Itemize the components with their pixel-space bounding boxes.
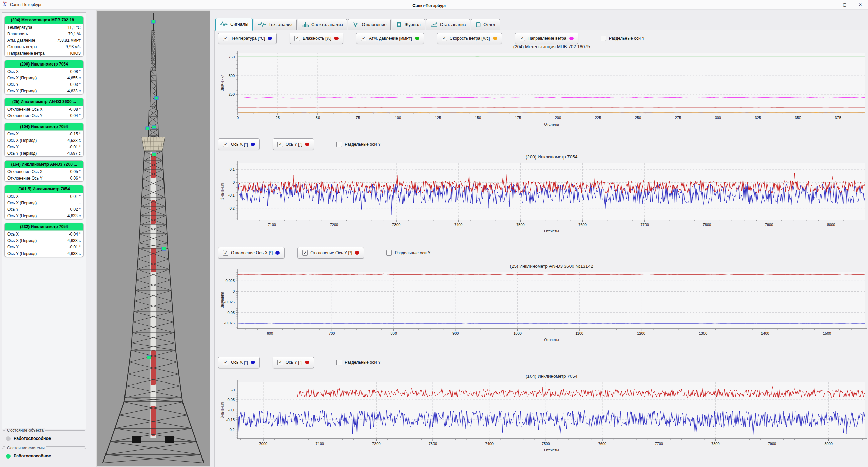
chart-title: (25) Инклинометр AN-D3 3600 №13142 (510, 264, 593, 269)
x-tick-label: 100 (395, 116, 401, 120)
series-toggle-chip[interactable]: ✓Ось X [°] (218, 138, 260, 150)
x-tick-label: 7600 (578, 223, 586, 227)
series-toggle-chip[interactable]: ✓Отклонение Ось Y [°] (297, 247, 364, 259)
series-checkbox[interactable]: ✓ (294, 36, 300, 41)
sensor-card-row: Ось Y (Период)4,633 с (5, 88, 83, 94)
sensor-marker[interactable] (162, 247, 166, 250)
parameter-label: Ось X (7, 132, 19, 136)
sensor-card[interactable]: (200) Инклинометр 7054Ось X-0,08 °Ось X … (4, 60, 84, 94)
series-toggle-chip[interactable]: ✓Ось Y [°] (273, 138, 314, 150)
series-checkbox[interactable]: ✓ (442, 36, 447, 41)
series-toggle-chip[interactable]: ✓Ось Y [°] (273, 357, 314, 368)
series-checkbox[interactable]: ✓ (277, 360, 283, 365)
separate-y-axes-label: Раздельные оси Y (345, 360, 381, 365)
tab-спектр-анализ[interactable]: Спектр. анализ (298, 19, 347, 30)
x-tick-label: 0 (237, 116, 239, 120)
parameter-label: Ось X (Период) (7, 138, 37, 143)
series-checkbox[interactable]: ✓ (277, 142, 283, 147)
parameter-label: Ось Y (Период) (7, 251, 37, 256)
series-label: Направление ветра (528, 36, 566, 41)
tab-сигналы[interactable]: Сигналы (215, 18, 253, 31)
parameter-label: Отклонение Ось Y (7, 176, 43, 181)
tab-отчет[interactable]: Отчет (471, 19, 500, 30)
maximize-button[interactable]: ▢ (837, 0, 852, 9)
signals-content: ✓Температура [°C]✓Влажность [%]✓Атм. дав… (214, 30, 868, 467)
sensor-card[interactable]: (204) Метеостанция МПВ 702.18...Температ… (4, 16, 84, 57)
tab-label: Спектр. анализ (311, 22, 343, 27)
x-tick-label: 7700 (655, 442, 663, 446)
separate-y-axes-checkbox[interactable] (336, 360, 342, 365)
series-checkbox[interactable]: ✓ (223, 360, 228, 365)
chart-4[interactable]: 7000710072007300740075007600770078007900… (215, 369, 868, 467)
series-toggle-chip[interactable]: ✓Отклонение Ось X [°] (218, 247, 285, 259)
separate-y-axes-checkbox[interactable] (601, 36, 606, 41)
sensor-card[interactable]: (232) Инклинометр 7054Ось X-0,04 °Ось X … (4, 223, 84, 257)
sensor-marker[interactable] (152, 125, 156, 129)
separate-y-axes-checkbox[interactable] (386, 250, 392, 256)
x-axis-label: Отсчеты (544, 229, 559, 233)
sensor-card-row: Ось X (Период)4,633 с (5, 237, 83, 244)
series-checkbox[interactable]: ✓ (223, 142, 228, 147)
x-tick-label: 7600 (598, 442, 606, 446)
separate-y-axes-option[interactable]: Раздельные оси Y (601, 36, 645, 41)
sensor-card[interactable]: (301.5) Инклинометр 7054Ось X0,01 °Ось X… (4, 185, 84, 219)
separate-y-axes-option[interactable]: Раздельные оси Y (336, 360, 381, 365)
series-checkbox[interactable]: ✓ (520, 36, 525, 41)
sensor-marker[interactable] (152, 153, 156, 156)
tab-отклонение[interactable]: Отклонение (348, 19, 391, 30)
series-color-dot (334, 37, 339, 40)
tab-стат-анализ[interactable]: Стат. анализ (426, 19, 470, 30)
sensor-card[interactable]: (164) Инклинометр AN-D3 7200 ...Отклонен… (4, 160, 84, 182)
series-checkbox[interactable]: ✓ (223, 250, 228, 256)
x-tick-label: 7200 (372, 442, 380, 446)
separate-y-axes-checkbox[interactable] (336, 142, 342, 147)
parameter-value: 4,697 с (67, 151, 81, 156)
sensor-card-row: Отклонение Ось X-0,08 ° (5, 106, 83, 112)
tab-тех-анализ[interactable]: Тех. анализ (254, 19, 297, 30)
tab-label: Журнал (404, 22, 420, 27)
x-tick-label: 1500 (823, 331, 831, 335)
sensor-card-title: (104) Инклинометр 7054 (5, 123, 83, 131)
sensor-card[interactable]: (104) Инклинометр 7054Ось X-0,15 °Ось X … (4, 123, 84, 157)
tab-label: Стат. анализ (440, 22, 466, 27)
series-checkbox[interactable]: ✓ (302, 250, 308, 256)
stat-chart-icon (430, 22, 438, 27)
series-toggle-chip[interactable]: ✓Влажность [%] (290, 33, 343, 44)
series-color-dot (251, 143, 255, 146)
parameter-label: Ось X (7, 194, 19, 199)
sensor-marker[interactable] (146, 127, 150, 130)
spectrum-bars-icon (302, 22, 309, 27)
tab-label: Тех. анализ (269, 22, 292, 27)
series-toggle-chip[interactable]: ✓Температура [°C] (218, 33, 277, 44)
separate-y-axes-option[interactable]: Раздельные оси Y (336, 142, 381, 147)
system-state-value: Работоспособное (14, 454, 51, 459)
parameter-label: Скорость ветра (7, 44, 37, 49)
series-label: Отклонение Ось X [°] (231, 250, 273, 255)
sensor-marker[interactable] (151, 20, 155, 23)
close-button[interactable]: ✕ (852, 0, 868, 9)
tab-журнал[interactable]: Журнал (392, 19, 425, 30)
sensor-card[interactable]: (25) Инклинометр AN-D3 3600 ...Отклонени… (4, 98, 84, 119)
parameter-label: Отклонение Ось X (7, 107, 43, 112)
y-axis-label: Значения (220, 75, 224, 91)
chart-1[interactable]: 0255075100125150175200225250275300325350… (215, 43, 868, 136)
series-checkbox[interactable]: ✓ (223, 36, 228, 41)
x-tick-label: 7100 (315, 442, 324, 446)
series-toggle-chip[interactable]: ✓Ось X [°] (218, 357, 260, 368)
chart-3[interactable]: 6007008009001000110012001300140015000,02… (215, 259, 868, 355)
y-tick-label: -0,1 (228, 193, 235, 197)
separate-y-axes-option[interactable]: Раздельные оси Y (386, 250, 430, 256)
series-checkbox[interactable]: ✓ (361, 36, 366, 41)
series-toggle-chip[interactable]: ✓Скорость ветра [м/с] (437, 33, 502, 44)
chart-2[interactable]: 7100720073007400750076007700780079008000… (215, 149, 868, 245)
x-tick-label: 7500 (542, 442, 550, 446)
y-tick-label: 0,025 (225, 279, 235, 283)
y-tick-label: -0,2 (228, 428, 235, 432)
minimize-button[interactable]: — (821, 0, 837, 9)
sensor-marker[interactable] (147, 356, 151, 359)
sensor-card-row: Ось Y (Период)4,633 с (5, 212, 83, 219)
tab-label: Отчет (483, 22, 496, 27)
series-toggle-chip[interactable]: ✓Атм. давление [ммРт] (356, 33, 424, 44)
series-toggle-chip[interactable]: ✓Направление ветра (515, 33, 578, 44)
sensor-marker[interactable] (154, 96, 158, 100)
